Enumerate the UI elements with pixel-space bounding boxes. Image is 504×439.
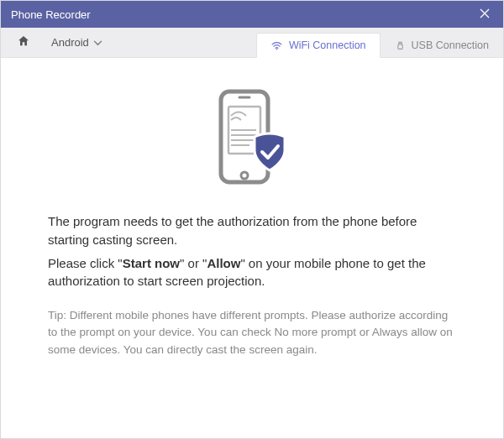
close-icon: [480, 8, 490, 21]
instruction-line-2: Please click "Start now" or "Allow" on y…: [48, 254, 456, 291]
tab-usb-label: USB Connection: [412, 39, 489, 51]
svg-point-2: [276, 49, 278, 50]
instruction-line-1: The program needs to get the authorizati…: [48, 212, 456, 249]
tab-wifi-label: WiFi Connection: [289, 39, 366, 51]
device-dropdown-label: Android: [51, 36, 89, 49]
app-title: Phone Recorder: [11, 8, 466, 21]
emphasis-allow: Allow: [207, 256, 240, 270]
illustration: [48, 88, 456, 192]
app-window: Phone Recorder Android WiFi Connec: [0, 0, 504, 439]
device-dropdown[interactable]: Android: [45, 28, 109, 57]
phone-shield-icon: [206, 88, 298, 192]
tab-usb[interactable]: USB Connection: [381, 32, 503, 57]
text-fragment: " or ": [180, 256, 207, 270]
tab-wifi[interactable]: WiFi Connection: [256, 33, 381, 58]
titlebar: Phone Recorder: [1, 1, 503, 28]
home-button[interactable]: [11, 28, 36, 57]
home-icon: [17, 34, 30, 51]
toolbar: Android WiFi Connection USB Connection: [1, 28, 503, 58]
emphasis-start-now: Start now: [123, 256, 180, 270]
toolbar-spacer: [109, 28, 256, 57]
usb-icon: [395, 39, 406, 51]
connection-tabs: WiFi Connection USB Connection: [256, 28, 503, 57]
tip-text: Tip: Different mobile phones have differ…: [48, 307, 456, 358]
chevron-down-icon: [93, 36, 102, 49]
wifi-icon: [270, 40, 283, 50]
svg-rect-3: [397, 44, 402, 48]
close-button[interactable]: [466, 1, 503, 28]
text-fragment: Please click ": [48, 256, 123, 270]
content-area: The program needs to get the authorizati…: [1, 58, 503, 438]
instruction-text: The program needs to get the authorizati…: [48, 212, 456, 290]
svg-point-8: [241, 172, 248, 179]
